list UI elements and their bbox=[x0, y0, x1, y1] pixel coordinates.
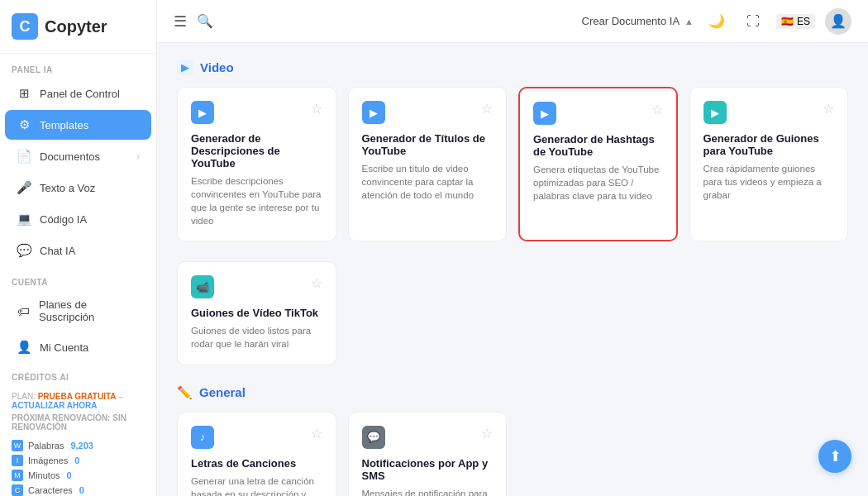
card-desc: Escribe descripciones convincentes en Yo… bbox=[191, 174, 322, 227]
dark-mode-icon[interactable]: 🌙 bbox=[703, 8, 730, 35]
sidebar-item-documentos[interactable]: 📄 Documentos › bbox=[5, 141, 151, 171]
scroll-top-button[interactable]: ⬆ bbox=[818, 440, 851, 473]
star-icon[interactable]: ☆ bbox=[651, 102, 663, 117]
code-icon: 💻 bbox=[17, 212, 31, 227]
sidebar-item-templates[interactable]: ⚙ Templates bbox=[5, 110, 151, 140]
card-notificaciones[interactable]: 💬 ☆ Notificaciones por App y SMS Mensaje… bbox=[348, 412, 508, 496]
credit-value: 9,203 bbox=[70, 441, 93, 451]
main-content: ☰ 🔍 Crear Documento IA ▲ 🌙 ⛶ 🇪🇸 ES 👤 ▶ V… bbox=[157, 0, 868, 496]
card-top: ♪ ☆ bbox=[191, 426, 322, 449]
imagenes-icon: I bbox=[12, 455, 23, 466]
avatar[interactable]: 👤 bbox=[825, 8, 851, 35]
sidebar-item-codigo[interactable]: 💻 Código IA bbox=[5, 204, 151, 234]
card-desc: Generar una letra de canción basada en s… bbox=[191, 475, 322, 496]
chevron-up-icon: ▲ bbox=[684, 17, 694, 26]
card-letras-canciones[interactable]: ♪ ☆ Letras de Canciones Generar una letr… bbox=[177, 412, 336, 496]
palabras-icon: W bbox=[12, 440, 23, 451]
logo-box: C bbox=[12, 13, 38, 40]
fullscreen-icon[interactable]: ⛶ bbox=[740, 8, 766, 35]
sidebar-item-planes[interactable]: 🏷 Planes de Suscripción bbox=[5, 291, 151, 331]
chevron-right-icon: › bbox=[136, 151, 140, 161]
card-desc-youtube[interactable]: ▶ ☆ Generador de Descripciones de YouTub… bbox=[177, 87, 336, 241]
crear-documento-button[interactable]: Crear Documento IA ▲ bbox=[582, 15, 694, 27]
card-top: ▶ ☆ bbox=[362, 101, 494, 124]
credit-label: Caracteres bbox=[28, 485, 73, 495]
music-icon: ♪ bbox=[191, 426, 214, 449]
panel-label: PANEL IA bbox=[0, 54, 156, 78]
credit-minutos: M Minutos 0 bbox=[0, 468, 156, 483]
grid-icon: ⊞ bbox=[17, 86, 31, 101]
content-area: ▶ Video ▶ ☆ Generador de Descripciones d… bbox=[157, 43, 868, 496]
credit-label: Palabras bbox=[28, 441, 64, 451]
user-icon: 👤 bbox=[17, 340, 31, 355]
yt-icon: ▶ bbox=[533, 102, 556, 125]
logo-area: C Copyter bbox=[0, 0, 156, 54]
gear-icon: ⚙ bbox=[17, 117, 31, 132]
video-section-title: Video bbox=[200, 60, 234, 74]
caracteres-icon: C bbox=[12, 484, 23, 496]
cuenta-label: CUENTA bbox=[0, 266, 156, 290]
star-icon[interactable]: ☆ bbox=[311, 426, 322, 441]
renewal-text: PRÓXIMA RENOVACIÓN: SIN RENOVACIÓN bbox=[0, 413, 156, 438]
general-cards-grid: ♪ ☆ Letras de Canciones Generar una letr… bbox=[177, 412, 848, 496]
crear-label: Crear Documento IA bbox=[582, 15, 680, 27]
doc-icon: 📄 bbox=[17, 149, 31, 164]
credit-imagenes: I Imágenes 0 bbox=[0, 453, 156, 468]
card-desc: Escribe un título de video convincente p… bbox=[362, 162, 494, 202]
sidebar-item-label: Mi Cuenta bbox=[40, 341, 88, 354]
star-icon[interactable]: ☆ bbox=[481, 101, 493, 117]
credit-value: 0 bbox=[67, 470, 72, 480]
card-desc: Crea rápidamente guiones para tus videos… bbox=[703, 162, 835, 202]
yt-icon: ▶ bbox=[191, 101, 214, 124]
pencil-icon: ✏️ bbox=[177, 385, 193, 400]
header: ☰ 🔍 Crear Documento IA ▲ 🌙 ⛶ 🇪🇸 ES 👤 bbox=[157, 0, 868, 43]
tag-icon: 🏷 bbox=[17, 304, 31, 318]
card-titulos-youtube[interactable]: ▶ ☆ Generador de Títulos de YouTube Escr… bbox=[348, 87, 508, 241]
card-desc: Mensajes de notificación para tus aplica… bbox=[362, 487, 494, 496]
plan-info: PLAN: PRUEBA GRATUITA – ACTUALIZAR AHORA bbox=[0, 392, 156, 413]
plan-update-link[interactable]: ACTUALIZAR AHORA bbox=[12, 401, 98, 410]
card-desc: Guiones de video listos para rodar que l… bbox=[191, 324, 322, 351]
sidebar-item-label: Documentos bbox=[40, 150, 100, 163]
mic-icon: 🎤 bbox=[17, 180, 31, 195]
card-top: ▶ ☆ bbox=[533, 102, 663, 125]
search-icon[interactable]: 🔍 bbox=[197, 13, 213, 29]
card-title: Guiones de Vídeo TikTok bbox=[191, 307, 322, 319]
lang-text: ES bbox=[797, 16, 810, 27]
yt-icon-teal: ▶ bbox=[703, 101, 727, 124]
sidebar-item-chat[interactable]: 💬 Chat IA bbox=[5, 236, 151, 265]
general-section-header: ✏️ General bbox=[177, 385, 848, 400]
credit-palabras: W Palabras 9,203 bbox=[0, 438, 156, 453]
card-guiones-tiktok[interactable]: 📹 ☆ Guiones de Vídeo TikTok Guiones de v… bbox=[177, 261, 336, 365]
plan-text-label: PLAN: bbox=[12, 392, 36, 401]
card-hashtags-youtube[interactable]: ▶ ☆ Generador de Hashtags de YouTube Gen… bbox=[518, 87, 678, 241]
sidebar-item-micuenta[interactable]: 👤 Mi Cuenta bbox=[5, 332, 151, 362]
card-desc: Genera etiquetas de YouTube optimizadas … bbox=[533, 163, 663, 203]
card-title: Generador de Títulos de YouTube bbox=[362, 132, 494, 157]
card-guiones-youtube[interactable]: ▶ ☆ Generador de Guiones para YouTube Cr… bbox=[689, 87, 849, 241]
star-icon[interactable]: ☆ bbox=[311, 275, 322, 291]
minutos-icon: M bbox=[12, 470, 23, 481]
star-icon[interactable]: ☆ bbox=[481, 426, 493, 441]
sidebar-item-label: Panel de Control bbox=[40, 88, 120, 100]
language-selector[interactable]: 🇪🇸 ES bbox=[776, 14, 815, 29]
sidebar-item-label: Código IA bbox=[40, 213, 87, 226]
sidebar-item-texto[interactable]: 🎤 Texto a Voz bbox=[5, 173, 151, 203]
yt-icon: ▶ bbox=[362, 101, 385, 124]
star-icon[interactable]: ☆ bbox=[311, 101, 322, 117]
card-top: 💬 ☆ bbox=[362, 426, 494, 449]
sidebar-item-label: Planes de Suscripción bbox=[39, 298, 140, 323]
general-section-title: General bbox=[199, 385, 246, 399]
credit-label: Imágenes bbox=[28, 455, 68, 465]
sidebar-item-label: Templates bbox=[40, 119, 88, 131]
card-title: Generador de Guiones para YouTube bbox=[703, 132, 835, 157]
sidebar-item-panel[interactable]: ⊞ Panel de Control bbox=[5, 79, 151, 108]
card-title: Notificaciones por App y SMS bbox=[362, 457, 494, 482]
hamburger-icon[interactable]: ☰ bbox=[174, 12, 187, 31]
creditos-label: CRÉDITOS AI bbox=[0, 363, 156, 392]
sidebar: C Copyter PANEL IA ⊞ Panel de Control ⚙ … bbox=[0, 0, 157, 496]
logo-text: Copyter bbox=[45, 17, 107, 36]
sidebar-item-label: Chat IA bbox=[40, 245, 75, 257]
chat-icon: 💬 bbox=[17, 243, 31, 258]
star-icon[interactable]: ☆ bbox=[823, 101, 834, 117]
